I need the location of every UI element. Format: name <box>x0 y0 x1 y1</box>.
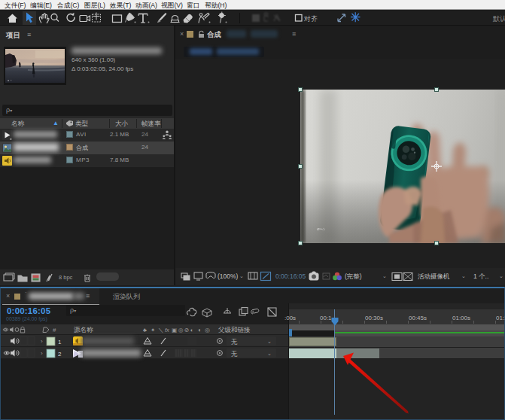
svg-text:◐: ◐ <box>190 327 194 333</box>
svg-text:无: 无 <box>231 350 238 358</box>
svg-text:源名称: 源名称 <box>74 326 93 333</box>
svg-text:⊘: ⊘ <box>184 327 189 333</box>
svg-text:›: › <box>41 350 43 357</box>
svg-text:⌄: ⌄ <box>267 339 272 344</box>
svg-text:◐: ◐ <box>198 327 202 333</box>
svg-text:▣: ▣ <box>172 327 177 333</box>
svg-text:无: 无 <box>231 338 238 345</box>
svg-text:＼: ＼ <box>158 327 164 333</box>
svg-text:父级和链接: 父级和链接 <box>218 326 251 333</box>
svg-text:◎: ◎ <box>178 327 184 333</box>
svg-text:fx: fx <box>165 327 169 333</box>
svg-text:● ‧‧‧: ● ‧‧‧ <box>8 79 12 82</box>
svg-text:1: 1 <box>58 339 62 345</box>
svg-text:⌄: ⌄ <box>267 351 272 356</box>
svg-text:2: 2 <box>58 351 62 358</box>
svg-text:✦: ✦ <box>151 327 155 333</box>
svg-text:#: # <box>53 327 56 333</box>
svg-text:♣: ♣ <box>143 327 147 333</box>
svg-text:◎: ◎ <box>205 327 210 333</box>
svg-text:›: › <box>41 338 43 345</box>
svg-text:⌀⌁⌂: ⌀⌁⌂ <box>317 227 325 231</box>
